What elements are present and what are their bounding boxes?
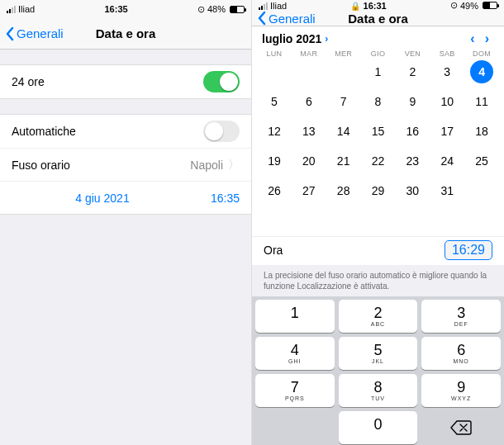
date-value: 4 giu 2021	[23, 192, 182, 205]
signal-bars-icon	[7, 5, 16, 13]
row-datetime[interactable]: 4 giu 2021 16:35	[0, 181, 251, 214]
calendar-day[interactable]: 15	[361, 119, 396, 144]
status-bar: Iliad 🔒 16:31 ⊙ 49%	[252, 0, 504, 11]
calendar-day[interactable]: 18	[464, 119, 499, 144]
calendar-day[interactable]: 20	[292, 149, 326, 173]
row-tz-label: Fuso orario	[12, 159, 70, 172]
keypad-0[interactable]: 0	[339, 411, 418, 444]
calendar-day	[326, 59, 361, 84]
keypad-2[interactable]: 2ABC	[339, 300, 418, 333]
status-bar: Iliad 16:35 ⊙ 48%	[0, 0, 251, 18]
keypad-7[interactable]: 7PQRS	[255, 374, 335, 407]
battery-icon	[230, 6, 245, 13]
calendar-day	[292, 59, 326, 84]
next-month-button[interactable]: ›	[480, 31, 494, 46]
back-label: Generali	[17, 26, 64, 40]
keypad-5[interactable]: 5JKL	[339, 337, 418, 370]
row-timezone[interactable]: Fuso orario Napoli 〉	[0, 148, 251, 181]
calendar-day[interactable]: 30	[395, 178, 430, 203]
row-tz-value: Napoli	[190, 159, 223, 172]
weekday-label: VEN	[395, 50, 430, 58]
calendar-day	[361, 208, 396, 233]
calendar-day[interactable]: 9	[395, 89, 430, 114]
keypad-blank	[255, 411, 335, 444]
calendar-day[interactable]: 8	[361, 89, 396, 114]
keypad-6[interactable]: 6MNO	[421, 337, 501, 370]
chevron-left-icon	[257, 11, 267, 26]
keypad-1[interactable]: 1	[255, 300, 335, 333]
calendar-day[interactable]: 6	[292, 89, 326, 114]
calendar-day[interactable]: 19	[257, 149, 292, 173]
calendar-day[interactable]: 21	[326, 149, 361, 173]
calendar-day[interactable]: 28	[326, 178, 361, 203]
calendar-day[interactable]: 10	[430, 89, 464, 114]
calendar-day[interactable]: 1	[361, 59, 396, 84]
calendar-day[interactable]: 13	[292, 119, 326, 144]
calendar-day[interactable]: 7	[326, 89, 361, 114]
time-label: Ora	[264, 244, 283, 257]
calendar-day	[326, 208, 361, 233]
calendar-day[interactable]: 2	[395, 59, 430, 84]
calendar-day[interactable]: 11	[464, 89, 499, 114]
weekday-label: LUN	[257, 50, 292, 58]
keypad-8[interactable]: 8TUV	[339, 374, 418, 407]
screen-date-picker: Iliad 🔒 16:31 ⊙ 49% Generali Data e ora …	[252, 0, 504, 445]
calendar-day	[464, 178, 499, 203]
chevron-left-icon	[5, 26, 15, 41]
calendar-day[interactable]: 23	[395, 149, 430, 173]
battery-pct: 49%	[460, 1, 478, 11]
alarm-icon: ⊙	[450, 0, 458, 11]
calendar-day[interactable]: 16	[395, 119, 430, 144]
numeric-keypad: 1 2ABC3DEF4GHI5JKL6MNO7PQRS8TUV9WXYZ0	[252, 296, 504, 445]
group-24h: 24 ore	[0, 64, 251, 99]
status-time: 16:31	[364, 1, 387, 11]
calendar-day	[257, 208, 292, 233]
time-input[interactable]: 16:29	[445, 240, 492, 260]
calendar-day[interactable]: 22	[361, 149, 396, 173]
calendar-day[interactable]: 25	[464, 149, 499, 173]
carrier: Iliad	[18, 4, 35, 14]
switch-auto[interactable]	[203, 121, 240, 142]
calendar-day[interactable]: 5	[257, 89, 292, 114]
chevron-right-icon: ›	[325, 33, 328, 45]
back-button[interactable]: Generali	[257, 11, 316, 26]
calendar-day[interactable]: 3	[430, 59, 464, 84]
back-button[interactable]: Generali	[5, 26, 64, 41]
back-label: Generali	[269, 12, 316, 26]
backspace-icon	[450, 420, 472, 435]
signal-bars-icon	[259, 2, 268, 10]
carrier: Iliad	[270, 1, 287, 11]
calendar-day[interactable]: 24	[430, 149, 464, 173]
screen-settings-date: Iliad 16:35 ⊙ 48% Generali Data e ora 24…	[0, 0, 252, 445]
status-time: 16:35	[35, 4, 197, 14]
weekday-label: SAB	[430, 50, 464, 58]
row-24h: 24 ore	[0, 65, 251, 98]
weekday-header: LUNMARMERGIOVENSABDOM	[252, 50, 504, 59]
calendar-day[interactable]: 4	[464, 59, 499, 84]
calendar-day[interactable]: 14	[326, 119, 361, 144]
switch-24h[interactable]	[203, 71, 240, 92]
lock-icon: 🔒	[350, 2, 360, 11]
calendar-day[interactable]: 29	[361, 178, 396, 203]
keypad-9[interactable]: 9WXYZ	[421, 374, 501, 407]
nav-bar: Generali Data e ora	[252, 11, 504, 26]
keypad-delete[interactable]	[421, 411, 501, 444]
time-value: 16:35	[182, 192, 240, 205]
calendar-day[interactable]: 27	[292, 178, 326, 203]
weekday-label: DOM	[464, 50, 499, 58]
calendar-day[interactable]: 26	[257, 178, 292, 203]
calendar-day[interactable]: 17	[430, 119, 464, 144]
month-header: luglio 2021 › ‹ ›	[252, 26, 504, 50]
month-label[interactable]: luglio 2021	[262, 32, 321, 45]
calendar-day	[292, 208, 326, 233]
row-auto: Automatiche	[0, 115, 251, 148]
keypad-4[interactable]: 4GHI	[255, 337, 335, 370]
keypad-3[interactable]: 3DEF	[421, 300, 501, 333]
prev-month-button[interactable]: ‹	[465, 31, 479, 46]
row-time: Ora 16:29	[252, 236, 504, 265]
calendar-grid: 1234567891011121314151617181920212223242…	[252, 59, 504, 236]
calendar-day[interactable]: 12	[257, 119, 292, 144]
weekday-label: MAR	[292, 50, 326, 58]
footer-note: La precisione del fuso orario automatico…	[252, 265, 504, 296]
calendar-day[interactable]: 31	[430, 178, 464, 203]
